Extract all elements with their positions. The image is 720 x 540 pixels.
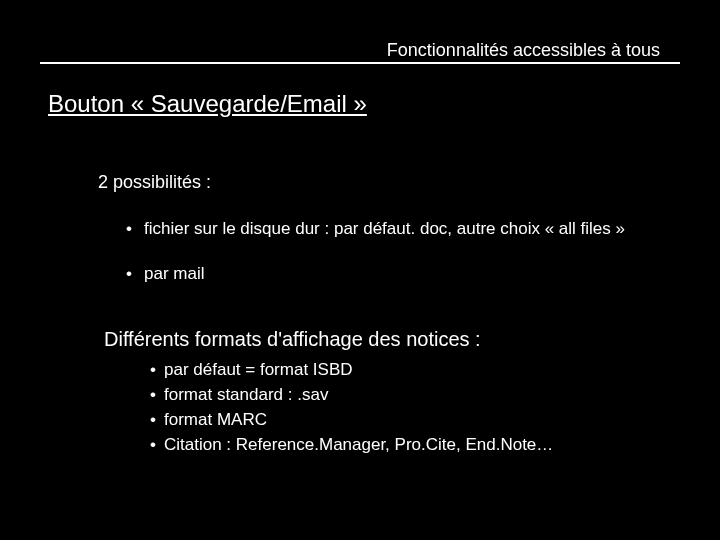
slide-body: 2 possibilités : fichier sur le disque d… bbox=[98, 170, 680, 459]
context-label: Fonctionnalités accessibles à tous bbox=[0, 40, 720, 61]
list-item: par mail bbox=[144, 263, 680, 286]
divider bbox=[40, 62, 680, 64]
intro-text: 2 possibilités : bbox=[98, 170, 680, 194]
list-item: format MARC bbox=[164, 409, 680, 432]
possibilities-list: fichier sur le disque dur : par défaut. … bbox=[98, 218, 680, 286]
slide-title: Bouton « Sauvegarde/Email » bbox=[48, 90, 367, 118]
formats-heading: Différents formats d'affichage des notic… bbox=[104, 326, 680, 353]
formats-list: par défaut = format ISBD format standard… bbox=[98, 359, 680, 457]
slide: Fonctionnalités accessibles à tous Bouto… bbox=[0, 0, 720, 540]
list-item: Citation : Reference.Manager, Pro.Cite, … bbox=[164, 434, 680, 457]
list-item: par défaut = format ISBD bbox=[164, 359, 680, 382]
list-item: fichier sur le disque dur : par défaut. … bbox=[144, 218, 680, 241]
list-item: format standard : .sav bbox=[164, 384, 680, 407]
